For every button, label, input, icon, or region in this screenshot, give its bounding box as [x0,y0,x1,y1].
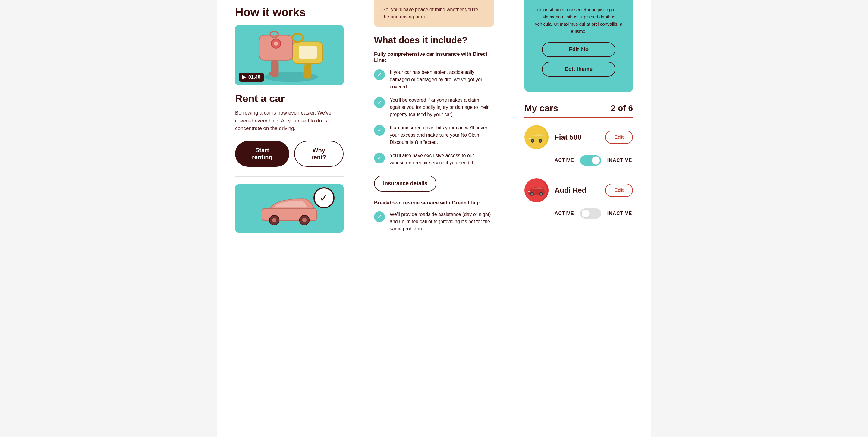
svg-rect-24 [529,138,531,139]
my-cars-header: My cars 2 of 6 [524,103,633,113]
svg-point-23 [540,140,541,142]
fiat-edit-button[interactable]: Edit [605,130,633,144]
check-icon-3: ✓ [374,125,385,136]
edit-bio-button[interactable]: Edit bio [542,42,615,57]
fiat-toggle-thumb [592,156,600,165]
audi-car-icon [527,184,546,196]
cars-divider [524,172,633,172]
fiat-toggle-row: ACTIVE INACTIVE [555,155,633,166]
audi-name: Audi Red [555,186,599,195]
svg-point-27 [531,193,533,195]
svg-point-12 [292,34,303,42]
video-time: 01.40 [248,75,260,80]
breakdown-title: Breakdown rescue service with Green Flag… [374,200,494,206]
right-column: dolor sit amet, consectetur adipiscing e… [506,0,651,437]
check-text-4: You'll also have exclusive access to our… [390,152,494,167]
audi-inactive-label: INACTIVE [607,211,632,216]
middle-column: So, you'll have peace of mind whether yo… [362,0,506,437]
breakdown-check-text: We'll provide roadside assistance (day o… [390,211,494,233]
insurance-illustration: ✓ [235,184,344,233]
car-row-1: Fiat 500 Edit [524,125,633,149]
svg-rect-11 [275,68,278,71]
edit-theme-button[interactable]: Edit theme [542,62,615,77]
banner-text: So, you'll have peace of mind whether yo… [382,7,478,19]
car-svg [259,192,319,225]
video-thumbnail[interactable]: 01.40 [235,25,344,85]
profile-section: dolor sit amet, consectetur adipiscing e… [524,0,633,92]
check-icon-1: ✓ [374,69,385,80]
my-cars-divider [524,117,633,118]
divider [235,176,344,177]
audi-toggle[interactable] [580,208,601,218]
svg-point-21 [532,140,533,142]
direct-line-subtitle: Fully comprehensive car insurance with D… [374,51,494,63]
insurance-details-button[interactable]: Insurance details [374,176,436,192]
audi-edit-button[interactable]: Edit [605,184,633,197]
fiat-active-label: ACTIVE [555,158,574,163]
fiat-inactive-label: INACTIVE [607,158,632,163]
action-buttons: Start renting Why rent? [235,141,344,167]
left-column: How it works [217,0,362,437]
rent-a-car-title: Rent a car [235,93,344,104]
check-text-2: You'll be covered if anyone makes a clai… [390,96,494,118]
svg-point-16 [272,218,277,222]
svg-rect-3 [304,64,311,79]
check-text-1: If your car has been stolen, accidentall… [390,69,494,90]
check-text-3: If an uninsured driver hits your car, we… [390,124,494,146]
svg-point-8 [274,41,278,45]
svg-point-29 [540,193,542,195]
fiat-toggle[interactable] [580,155,601,166]
breakdown-check-item: ✓ We'll provide roadside assistance (day… [374,211,494,233]
check-item-3: ✓ If an uninsured driver hits your car, … [374,124,494,146]
svg-rect-10 [269,72,273,75]
play-badge[interactable]: 01.40 [239,73,264,82]
check-item-4: ✓ You'll also have exclusive access to o… [374,152,494,167]
play-icon [242,75,246,79]
check-item-2: ✓ You'll be covered if anyone makes a cl… [374,96,494,118]
cars-count: 2 of 6 [611,104,633,113]
how-it-works-title: How it works [235,6,344,19]
check-item-1: ✓ If your car has been stolen, accidenta… [374,69,494,90]
svg-rect-5 [308,71,311,74]
check-icon-2: ✓ [374,97,385,108]
fiat-avatar [524,125,549,149]
audi-toggle-thumb [581,209,590,218]
audi-toggle-row: ACTIVE INACTIVE [555,208,633,218]
start-renting-button[interactable]: Start renting [235,141,289,167]
check-icon-4: ✓ [374,153,385,164]
rent-description: Borrowing a car is now even easier. We'v… [235,109,344,133]
svg-rect-30 [528,191,530,192]
my-cars-title: My cars [524,103,558,113]
check-circle-big: ✓ [313,187,335,208]
svg-rect-4 [303,74,306,76]
fiat-car-icon [527,131,546,143]
car-row-2: Audi Red Edit [524,178,633,202]
fiat-name: Fiat 500 [555,133,599,141]
what-include-title: What does it include? [374,35,494,45]
orange-banner: So, you'll have peace of mind whether yo… [374,0,494,27]
svg-rect-2 [299,46,317,59]
bio-text: dolor sit amet, consectetur adipiscing e… [533,6,624,35]
breakdown-check-icon: ✓ [374,211,385,222]
why-rent-button[interactable]: Why rent? [294,141,344,167]
audi-active-label: ACTIVE [555,211,574,216]
audi-avatar [524,178,549,202]
svg-point-18 [302,218,307,222]
